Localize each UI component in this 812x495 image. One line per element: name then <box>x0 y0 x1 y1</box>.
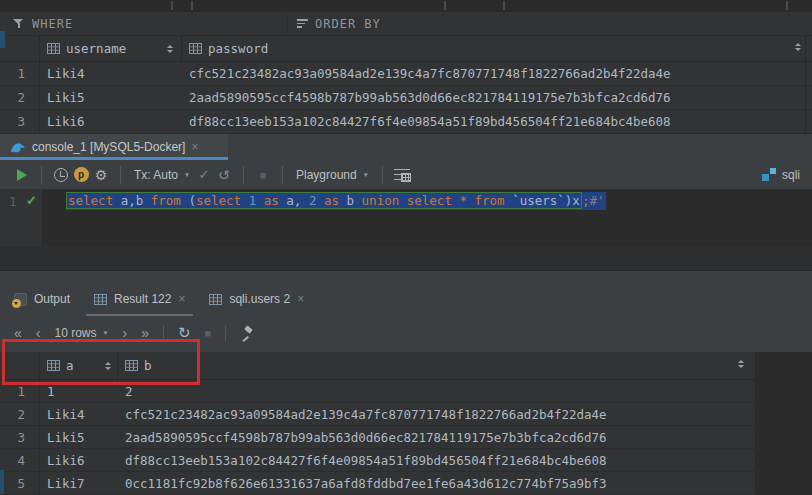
scrollbar[interactable] <box>805 36 806 134</box>
first-page-button[interactable]: « <box>14 326 22 340</box>
clock-icon <box>54 168 68 182</box>
last-page-button[interactable]: » <box>141 326 149 340</box>
next-page-button[interactable]: › <box>122 326 127 340</box>
password-cell[interactable]: cfc521c23482ac93a09584ad2e139c4a7fc87077… <box>182 66 812 81</box>
password-cell[interactable]: df88cc13eeb153a102c84427f6f4e09854a51f89… <box>182 114 812 129</box>
schema-switcher-dropdown[interactable]: Playground ▼ <box>296 168 369 182</box>
sql-token[interactable]: a,b <box>113 193 151 208</box>
tab-output[interactable]: Output <box>14 292 70 306</box>
close-icon[interactable]: × <box>191 141 198 153</box>
sql-token[interactable]: from <box>151 193 181 208</box>
result-grid-body: 1122Liki4cfc521c23482ac93a09584ad2e139c4… <box>0 380 812 495</box>
tab-result-122[interactable]: Result 122 × <box>94 292 185 306</box>
chevron-down-icon: ▼ <box>184 172 190 178</box>
order-by-label: ORDER BY <box>315 17 381 31</box>
table-row[interactable]: 3Liki52aad5890595ccf4598b787b99ab563d0d6… <box>0 426 755 449</box>
column-tick <box>444 1 446 10</box>
column-tick <box>503 1 505 10</box>
page-size-label: 10 rows <box>54 326 96 340</box>
cell-a[interactable]: Liki4 <box>40 407 118 422</box>
row-number-cell[interactable]: 5 <box>0 472 40 494</box>
row-number-cell[interactable]: 1 <box>0 62 40 85</box>
cell-b[interactable]: 0cc1181fc92b8f626e61331637a6afd8fddbd7ee… <box>118 476 755 491</box>
close-icon[interactable]: × <box>297 293 304 305</box>
pin-tab-button[interactable] <box>240 326 254 340</box>
row-number-cell[interactable]: 2 <box>0 86 40 109</box>
table-row[interactable]: 4Liki6df88cc13eeb153a102c84427f6f4e09854… <box>0 449 755 472</box>
gutter-edge <box>0 246 42 247</box>
tx-mode-dropdown[interactable]: Tx: Auto ▼ <box>134 168 190 182</box>
sql-editor[interactable]: 1 ✓ select a,b from (select 1 as a, 2 as… <box>0 190 812 246</box>
sql-token[interactable]: a, <box>279 193 309 208</box>
sql-token[interactable]: #' <box>589 193 604 208</box>
sql-code-line[interactable]: select a,b from (select 1 as a, 2 as b u… <box>66 193 606 208</box>
output-icon <box>14 293 27 306</box>
users-grid-body: 1Liki4cfc521c23482ac93a09584ad2e139c4a7f… <box>0 62 812 134</box>
sql-token[interactable] <box>241 193 249 208</box>
sort-arrows-icon[interactable] <box>167 45 173 53</box>
page-size-dropdown[interactable]: 10 rows ▼ <box>54 326 108 340</box>
table-row[interactable]: 5Liki70cc1181fc92b8f626e61331637a6afd8fd… <box>0 472 755 495</box>
order-by-filter[interactable]: ORDER BY <box>297 17 381 31</box>
sql-token[interactable]: as <box>324 193 339 208</box>
previous-page-button[interactable]: ‹ <box>36 326 41 340</box>
cell-b[interactable]: cfc521c23482ac93a09584ad2e139c4a7fc87077… <box>118 407 755 422</box>
password-cell[interactable]: 2aad5890595ccf4598b787b99ab563d0d66ec821… <box>182 90 812 105</box>
column-header-username[interactable]: username <box>40 36 182 61</box>
sql-token[interactable]: * <box>459 193 467 208</box>
sql-statement: select a,b from (select 1 as a, 2 as b u… <box>66 192 582 209</box>
history-button[interactable] <box>51 164 71 186</box>
sql-token[interactable] <box>399 193 407 208</box>
commit-button[interactable]: ✓ <box>194 164 214 186</box>
tab-console-1[interactable]: console_1 [MySQL5-Docker] × <box>0 134 228 160</box>
username-cell[interactable]: Liki4 <box>40 66 182 81</box>
sql-token[interactable] <box>467 193 475 208</box>
table-row[interactable]: 2Liki52aad5890595ccf4598b787b99ab563d0d6… <box>0 86 812 110</box>
where-filter[interactable]: WHERE <box>13 17 73 31</box>
cell-b[interactable]: 2aad5890595ccf4598b787b99ab563d0d66ec821… <box>118 430 755 445</box>
sql-token[interactable]: select <box>407 193 452 208</box>
sql-token[interactable]: `users`)x <box>505 193 580 208</box>
username-cell[interactable]: Liki5 <box>40 90 182 105</box>
sql-token[interactable]: ( <box>181 193 196 208</box>
sql-token[interactable]: select <box>196 193 241 208</box>
sql-token[interactable] <box>256 193 264 208</box>
current-schema[interactable]: sqli <box>762 168 800 182</box>
tool-window-stripe <box>0 470 4 494</box>
cell-a[interactable]: Liki6 <box>40 453 118 468</box>
table-row[interactable]: 2Liki4cfc521c23482ac93a09584ad2e139c4a7f… <box>0 403 755 426</box>
sql-token[interactable]: as <box>264 193 279 208</box>
settings-button[interactable]: ⚙ <box>91 164 111 186</box>
username-cell[interactable]: Liki6 <box>40 114 182 129</box>
execute-in-console-button[interactable] <box>392 164 412 186</box>
sql-token[interactable]: union <box>362 193 400 208</box>
row-number-cell[interactable]: 4 <box>0 449 40 471</box>
stop-button[interactable]: ■ <box>253 164 273 186</box>
parameters-button[interactable]: p <box>71 164 91 186</box>
close-icon[interactable]: × <box>178 293 185 305</box>
grid-sort-icon[interactable] <box>738 360 744 368</box>
column-header-b[interactable]: b <box>118 352 755 379</box>
column-header-password[interactable]: password <box>182 36 812 61</box>
row-number-cell[interactable]: 3 <box>0 110 40 133</box>
sql-token[interactable]: from <box>475 193 505 208</box>
sql-token[interactable]: select <box>68 193 113 208</box>
run-button[interactable] <box>12 164 32 186</box>
grid-sort-icon[interactable] <box>795 43 801 51</box>
table-row[interactable]: 3Liki6df88cc13eeb153a102c84427f6f4e09854… <box>0 110 812 134</box>
cell-b[interactable]: df88cc13eeb153a102c84427f6f4e09854a51f89… <box>118 453 755 468</box>
tab-sqli-users-2[interactable]: sqli.users 2 × <box>209 292 304 306</box>
column-label: password <box>208 41 268 56</box>
row-number-cell[interactable]: 2 <box>0 403 40 425</box>
cell-b[interactable]: 2 <box>118 384 755 399</box>
table-row[interactable]: 1Liki4cfc521c23482ac93a09584ad2e139c4a7f… <box>0 62 812 86</box>
cell-a[interactable]: Liki5 <box>40 430 118 445</box>
sql-token[interactable] <box>316 193 324 208</box>
cell-a[interactable]: Liki7 <box>40 476 118 491</box>
rollback-button[interactable]: ↺ <box>214 164 234 186</box>
row-number-cell[interactable]: 3 <box>0 426 40 448</box>
stop-query-button[interactable]: ■ <box>205 327 212 339</box>
rollback-icon: ↺ <box>218 167 230 183</box>
cell-a[interactable]: 1 <box>40 384 118 399</box>
sql-token[interactable]: b <box>339 193 362 208</box>
